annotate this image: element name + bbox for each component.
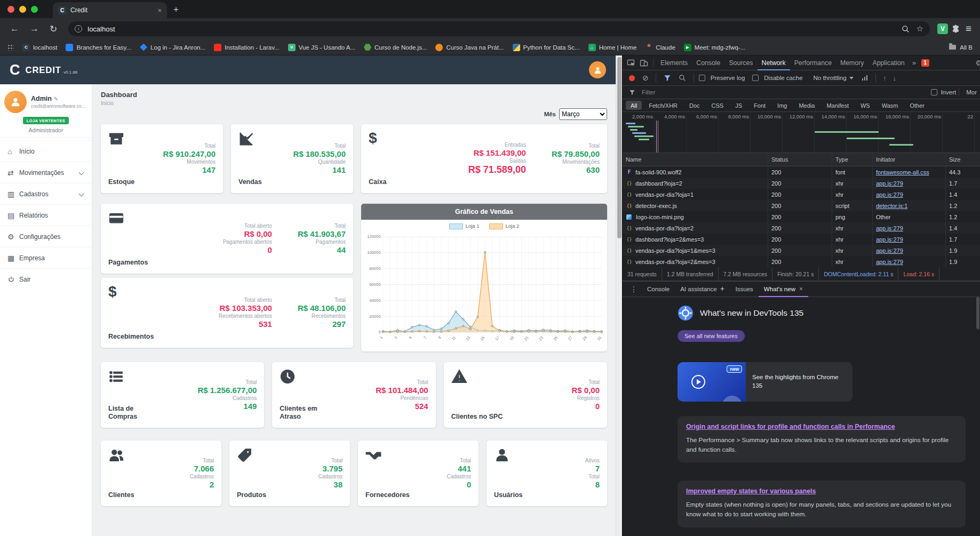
play-button-icon[interactable] [691,375,705,389]
month-select[interactable]: Março [559,108,607,120]
chart-legend[interactable]: Loja 1 Loja 2 [361,220,607,233]
record-button[interactable] [629,75,635,81]
extensions-puzzle-icon[interactable] [951,25,960,34]
table-row[interactable]: {}dashboard?loja=2&mes=3 200 xhr app.js:… [623,234,980,245]
invert-checkbox[interactable] [931,89,937,95]
error-badge[interactable]: 1 [921,59,929,67]
column-initiator[interactable]: Initiator [873,153,946,166]
address-bar[interactable]: i localhost ☆ [68,21,930,36]
chip-media[interactable]: Media [794,101,819,110]
chip-font[interactable]: Font [749,101,770,110]
browser-tab[interactable]: C Credit × [53,2,167,18]
bookmark-branches[interactable]: Branches for Easy... [66,44,131,51]
filter-input[interactable]: Filter [642,89,931,95]
sidebar-item-empresa[interactable]: ▦Empresa [0,247,92,268]
disable-cache-checkbox[interactable] [752,75,759,81]
chip-wasm[interactable]: Wasm [877,101,903,110]
chip-other[interactable]: Other [905,101,929,110]
devtools-scrollbar-thumb[interactable] [976,297,979,329]
kebab-menu-icon[interactable]: ⋮ [626,285,642,293]
table-row[interactable]: {}dashboard?loja=2 200 xhr app.js:279 1.… [623,178,980,189]
bookmark-claude[interactable]: *Claude [645,44,675,51]
chip-img[interactable]: Img [772,101,792,110]
disable-cache-label[interactable]: Disable cache [764,75,802,81]
tab-memory[interactable]: Memory [836,55,868,70]
avatar[interactable] [4,91,27,113]
import-har-icon[interactable]: ↑ [881,74,889,82]
column-name[interactable]: Name [623,153,768,166]
column-status[interactable]: Status [768,153,832,166]
inspect-element-icon[interactable] [625,58,638,68]
bookmark-star-icon[interactable]: ☆ [916,24,923,34]
sidebar-item-movimentacoes[interactable]: ⇄Movimentações [0,162,92,183]
preserve-log-checkbox[interactable] [699,75,705,81]
bookmark-java[interactable]: Curso Java na Prát... [435,44,504,51]
chip-ws[interactable]: WS [856,101,875,110]
bookmark-vue[interactable]: VVue JS - Usando A... [288,44,355,51]
table-row[interactable]: logo-icon-mini.png 200 png Other 1.2 [623,211,980,222]
drawer-tab-issues[interactable]: Issues [730,281,759,297]
table-row[interactable]: {}vendas-por-dia?loja=1 200 xhr app.js:2… [623,189,980,200]
chip-doc[interactable]: Doc [684,101,705,110]
back-button[interactable]: ← [6,23,23,34]
tab-performance[interactable]: Performance [790,55,836,70]
maximize-window-button[interactable] [31,6,38,13]
drawer-tab-whats-new[interactable]: What's new× [759,281,808,297]
initiator-link[interactable]: app.js:279 [876,247,903,254]
close-window-button[interactable] [7,6,14,13]
network-conditions-icon[interactable] [862,75,868,81]
bookmark-home[interactable]: ⌂Home | Home [588,44,637,51]
drawer-tab-console[interactable]: Console [642,281,675,297]
table-row[interactable]: Ffa-solid-900.woff2 200 font fontawesome… [623,166,980,178]
export-har-icon[interactable]: ↓ [891,74,899,82]
filter-funnel-icon[interactable] [661,73,674,83]
zoom-icon[interactable] [902,25,910,33]
tab-close-icon[interactable]: × [157,6,162,14]
forward-button[interactable]: → [26,23,43,34]
invert-label[interactable]: Invert [941,89,956,95]
chip-manifest[interactable]: Manifest [822,101,854,110]
sidebar-item-relatorios[interactable]: ▤Relatórios [0,204,92,226]
more-tabs-icon[interactable]: » [909,59,919,67]
chip-all[interactable]: All [626,101,642,110]
sidebar-item-cadastros[interactable]: ▥Cadastros [0,183,92,204]
sidebar-item-sair[interactable]: Sair [0,268,92,290]
site-info-icon[interactable]: i [75,25,82,33]
preserve-log-label[interactable]: Preserve log [711,75,745,81]
tab-console[interactable]: Console [692,55,724,70]
bookmark-laravel[interactable]: Installation - Larav... [214,44,280,51]
highlight-thumbnail[interactable]: new [678,362,746,402]
section-heading-link[interactable]: Origin and script links for profile and … [686,423,957,431]
network-overview-timeline[interactable]: 2,000 ms4,000 ms6,000 ms8,000 ms10,000 m… [623,112,980,153]
clear-icon[interactable]: ⊘ [640,74,651,82]
header-avatar[interactable] [589,61,606,78]
chip-js[interactable]: JS [730,101,747,110]
initiator-link[interactable]: app.js:279 [876,225,903,231]
bookmark-python[interactable]: Python for Data Sc... [513,44,580,51]
bookmark-localhost[interactable]: Clocalhost [22,44,57,51]
initiator-link[interactable]: fontawesome-all.css [876,169,929,175]
initiator-link[interactable]: app.js:279 [876,259,903,265]
tab-elements[interactable]: Elements [656,55,692,70]
page-scrollbar[interactable] [616,55,622,536]
highlight-card[interactable]: new See the highlights from Chrome 135 [678,362,852,402]
scrollbar-thumb[interactable] [617,57,622,238]
close-icon[interactable]: × [799,285,803,293]
table-row[interactable]: {}vendas-por-dia?loja=2 200 xhr app.js:2… [623,222,980,234]
table-row[interactable]: {}detector-exec.js 200 script detector.j… [623,200,980,211]
sidebar-item-inicio[interactable]: ⌂Início [0,140,92,162]
column-type[interactable]: Type [832,153,873,166]
drawer-tab-ai-assistance[interactable]: AI assistance [675,281,730,297]
tab-network[interactable]: Network [758,55,790,70]
device-toolbar-icon[interactable] [638,58,650,68]
tab-sources[interactable]: Sources [724,55,757,70]
search-icon[interactable] [676,73,689,83]
bookmark-meet[interactable]: ▶Meet: mdg-zfwq-... [684,44,745,51]
settings-gear-icon[interactable]: ⚙ [975,59,980,67]
minimize-window-button[interactable] [19,6,26,13]
new-tab-button[interactable]: + [173,4,179,15]
chip-fetch-xhr[interactable]: Fetch/XHR [644,101,682,110]
vue-devtools-extension-icon[interactable]: V [937,23,948,34]
throttling-dropdown[interactable]: No throttling [814,75,854,81]
sidebar-item-configuracoes[interactable]: ⚙Configurações [0,226,92,247]
